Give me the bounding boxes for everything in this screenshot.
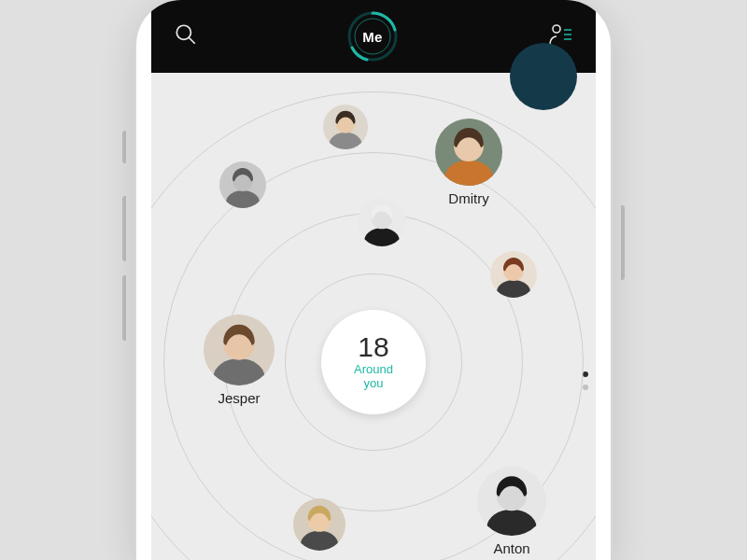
person-name: Dmitry (448, 190, 488, 206)
avatar[interactable] (490, 251, 537, 298)
svg-point-4 (553, 25, 560, 33)
nearby-label: Aroundyou (354, 363, 393, 391)
avatar[interactable] (358, 198, 406, 246)
person-name: Anton (493, 540, 529, 556)
svg-line-1 (189, 37, 195, 44)
svg-point-0 (176, 25, 190, 39)
center-hub[interactable]: 18 Aroundyou (321, 310, 426, 414)
person-p6[interactable] (358, 198, 406, 246)
avatar[interactable] (219, 161, 266, 208)
avatar[interactable] (435, 119, 502, 186)
person-jesper[interactable]: Jesper (204, 315, 275, 406)
person-anton[interactable]: Anton (477, 467, 546, 556)
person-p8[interactable] (293, 498, 345, 551)
app-logo[interactable]: Me (346, 10, 399, 63)
avatar-partial[interactable] (510, 43, 577, 110)
avatar[interactable] (323, 105, 368, 149)
search-icon[interactable] (174, 22, 198, 50)
nearby-count: 18 (358, 333, 388, 361)
radar-view[interactable]: Jesper Dmitry Anton 18 Aroundyou (151, 73, 596, 560)
avatar[interactable] (293, 498, 345, 551)
avatar[interactable] (204, 315, 275, 385)
person-p4[interactable] (323, 105, 368, 149)
person-dmitry[interactable]: Dmitry (435, 119, 502, 206)
person-p5[interactable] (219, 161, 266, 208)
logo-text: Me (362, 29, 382, 45)
screen: Me Jesper (151, 0, 596, 560)
person-p7[interactable] (490, 251, 537, 298)
person-name: Jesper (218, 390, 260, 406)
avatar[interactable] (477, 467, 546, 536)
phone-frame: Me Jesper (136, 0, 611, 560)
